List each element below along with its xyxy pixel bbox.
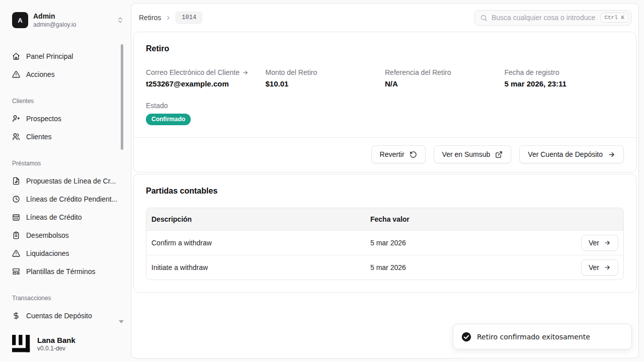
sidebar-item-label: Panel Principal — [26, 52, 73, 60]
chevrons-up-down-icon[interactable] — [117, 17, 124, 24]
ledger-entries-card: Partidas contables Descripción Fecha val… — [133, 174, 636, 293]
external-link-icon — [495, 151, 503, 158]
field-value-reference: N/A — [385, 79, 505, 88]
user-plus-icon — [12, 115, 20, 123]
main-panel: Retiros 1014 Ctrl K Retiro Correo Electr… — [131, 3, 639, 358]
revert-button[interactable]: Revertir — [371, 145, 426, 163]
sidebar-item-acciones[interactable]: Acciones — [12, 65, 119, 83]
field-label: Estado — [146, 102, 266, 110]
breadcrumb-link-retiros[interactable]: Retiros — [139, 14, 161, 22]
withdrawal-actions: Revertir Ver en Sumsub Ver Cuenta de Dep… — [134, 137, 636, 172]
field-value-amount: $10.01 — [266, 79, 385, 88]
view-deposit-account-button[interactable]: Ver Cuenta de Depósito — [519, 145, 624, 163]
field-value-date: 5 mar 2026, 23:11 — [505, 79, 624, 88]
withdrawal-card-title: Retiro — [146, 44, 624, 53]
sidebar-item-desembolsos[interactable]: Desembolsos — [12, 226, 119, 244]
field-value-email[interactable]: t253267@example.com — [146, 79, 266, 88]
sidebar-scrollbar[interactable] — [121, 44, 123, 150]
layout-template-icon — [12, 267, 20, 276]
button-label: Ver en Sumsub — [442, 150, 491, 158]
user-name: Admin — [33, 12, 76, 21]
sidebar-item-liquidaciones[interactable]: Liquidaciones — [12, 244, 119, 262]
user-email: admin@galoy.io — [33, 21, 76, 28]
withdrawal-card: Retiro Correo Electrónico del Cliente t2… — [133, 32, 636, 172]
section-heading-transacciones: Transacciones — [12, 294, 119, 303]
sidebar-item-label: Acciones — [26, 70, 55, 78]
cell-value-date: 5 mar 2026 — [365, 263, 563, 272]
sidebar-item-label: Plantillas de Términos — [26, 267, 95, 276]
view-entry-button[interactable]: Ver — [581, 235, 618, 251]
sidebar-item-prospectos[interactable]: Prospectos — [12, 110, 119, 128]
sidebar-item-lineas-credito[interactable]: Líneas de Crédito — [12, 208, 119, 226]
brand-footer: Lana Bank v0.0.1-dev — [12, 335, 75, 353]
search-icon — [480, 14, 488, 22]
sidebar-item-cuentas-deposito[interactable]: Cuentas de Depósito — [12, 307, 119, 325]
field-label: Fecha de registro — [505, 68, 624, 76]
dollar-icon — [12, 312, 20, 320]
brand-version: v0.0.1-dev — [37, 345, 75, 352]
table-header-row: Descripción Fecha valor — [146, 208, 623, 230]
cell-value-date: 5 mar 2026 — [365, 239, 563, 247]
ledger-entries-title: Partidas contables — [146, 187, 624, 196]
lana-bank-logo-icon — [12, 335, 30, 353]
sidebar-item-label: Líneas de Crédito — [26, 213, 82, 221]
view-in-sumsub-button[interactable]: Ver en Sumsub — [434, 145, 512, 163]
sidebar-nav: Panel Principal Acciones Clientes Prospe… — [0, 47, 131, 325]
field-label: Correo Electrónico del Cliente — [146, 68, 239, 76]
brand-name: Lana Bank — [37, 336, 75, 344]
view-entry-button[interactable]: Ver — [581, 259, 618, 276]
scroll-more-caret-icon — [119, 320, 124, 323]
breadcrumb: Retiros 1014 — [139, 12, 202, 24]
link-arrow-icon[interactable] — [242, 69, 249, 76]
button-label: Ver — [589, 239, 599, 247]
field-status: Estado Confirmado — [146, 102, 266, 125]
button-label: Ver — [589, 263, 599, 272]
field-label: Referencia del Retiro — [385, 68, 505, 76]
sidebar-item-clientes[interactable]: Clientes — [12, 128, 119, 146]
bank-icon — [12, 213, 20, 221]
sidebar-item-label: Liquidaciones — [26, 249, 69, 257]
sidebar-item-plantillas-terminos[interactable]: Plantillas de Términos — [12, 262, 119, 281]
sidebar-item-lineas-credito-pendientes[interactable]: Líneas de Crédito Pendient... — [12, 190, 119, 208]
field-registered-date: Fecha de registro 5 mar 2026, 23:11 — [505, 68, 624, 88]
button-label: Ver Cuenta de Depósito — [528, 150, 603, 158]
field-customer-email: Correo Electrónico del Cliente t253267@e… — [146, 68, 266, 88]
search-input[interactable] — [492, 14, 596, 22]
arrow-right-icon — [604, 264, 611, 271]
chevron-right-icon — [165, 15, 172, 21]
breadcrumb-id-badge: 1014 — [176, 12, 202, 24]
toast-message: Retiro confirmado exitosamente — [477, 333, 590, 341]
field-reference: Referencia del Retiro N/A — [385, 68, 505, 88]
home-icon — [12, 52, 20, 60]
arrow-right-icon — [608, 151, 615, 158]
sidebar-item-label: Cuentas de Depósito — [26, 312, 92, 320]
status-badge: Confirmado — [146, 114, 191, 125]
field-label: Monto del Retiro — [266, 68, 385, 76]
sidebar-item-panel-principal[interactable]: Panel Principal — [12, 47, 119, 65]
cell-description: Confirm a withdraw — [146, 239, 365, 247]
toast-notification[interactable]: Retiro confirmado exitosamente — [453, 324, 632, 349]
cell-description: Initiate a withdraw — [146, 263, 365, 272]
users-icon — [12, 133, 20, 141]
sidebar-item-label: Líneas de Crédito Pendient... — [26, 195, 117, 203]
sidebar-item-label: Desembolsos — [26, 231, 69, 239]
sidebar-item-label: Propuestas de Línea de Cr... — [26, 177, 116, 185]
sidebar: A Admin admin@galoy.io Panel Principal A… — [0, 0, 131, 362]
alert-triangle-icon — [12, 249, 20, 257]
field-amount: Monto del Retiro $10.01 — [266, 68, 385, 88]
button-label: Revertir — [380, 150, 405, 158]
sidebar-item-propuestas-linea-credito[interactable]: Propuestas de Línea de Cr... — [12, 172, 119, 190]
alert-triangle-icon — [12, 70, 20, 78]
check-circle-icon — [461, 332, 471, 342]
sidebar-item-label: Clientes — [26, 133, 52, 141]
search-shortcut-kbd: Ctrl K — [600, 13, 628, 23]
clipboard-icon — [12, 231, 20, 239]
clock-icon — [12, 195, 20, 203]
file-pen-icon — [12, 177, 20, 185]
global-search[interactable]: Ctrl K — [474, 10, 631, 26]
table-row: Initiate a withdraw 5 mar 2026 Ver — [146, 255, 623, 280]
user-menu[interactable]: A Admin admin@galoy.io — [12, 12, 124, 28]
avatar: A — [12, 12, 28, 28]
topbar: Retiros 1014 Ctrl K — [131, 4, 638, 32]
rotate-ccw-icon — [410, 151, 417, 158]
